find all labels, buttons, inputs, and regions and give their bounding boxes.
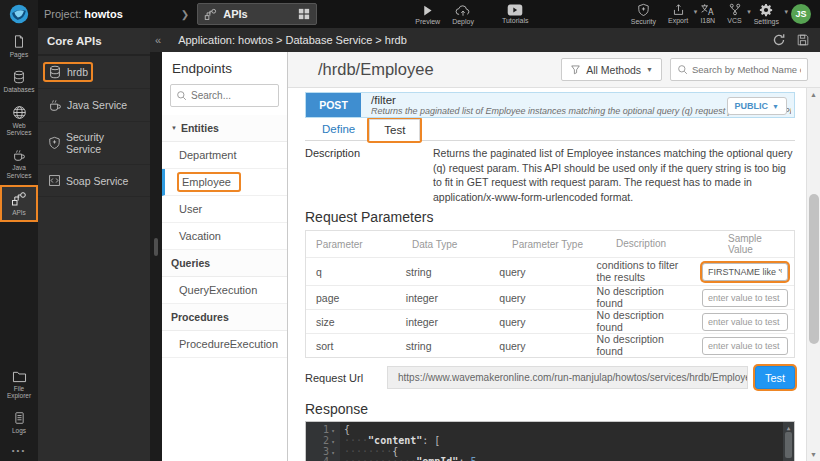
sidebar-item-web-services[interactable]: Web Services — [0, 99, 38, 143]
content-header: /hrdb/Employee All Methods ▼ — [288, 52, 820, 88]
sample-value-input-q[interactable] — [702, 263, 788, 281]
sidebar-item-apis[interactable]: APIs — [0, 185, 38, 222]
visibility-dropdown[interactable]: PUBLIC ▼ — [727, 97, 787, 115]
caret-down-icon: ▼ — [646, 66, 653, 73]
param-name: sort — [316, 340, 406, 352]
wavemaker-logo[interactable] — [0, 0, 38, 28]
sample-value-input-page[interactable] — [702, 289, 788, 307]
endpoint-item-queryexecution[interactable]: QueryExecution — [162, 277, 287, 304]
sidebar-item-databases[interactable]: Databases — [0, 64, 38, 99]
param-sample-cell — [702, 261, 794, 283]
sample-value-input-size[interactable] — [702, 313, 788, 331]
search-icon — [176, 90, 187, 101]
param-type: query — [499, 266, 596, 278]
endpoints-search[interactable] — [170, 84, 279, 107]
avatar[interactable]: JS — [791, 4, 811, 24]
main-scrollbar-thumb[interactable] — [809, 194, 819, 344]
logfile-icon — [13, 411, 26, 425]
sidebar-item-label: APIs — [12, 209, 26, 217]
scroll-down-icon[interactable]: ▼ — [807, 451, 820, 458]
iconbar-spacer — [0, 222, 38, 364]
editor-line-number: 2▾ — [306, 436, 340, 447]
sidebar-item-label: Logs — [12, 427, 26, 435]
param-description: conditions to filter the results — [597, 260, 702, 283]
topbar-action-tutorials[interactable]: Tutorials — [496, 2, 535, 26]
core-api-item-inner: Java Service — [45, 97, 130, 113]
topbar-action-deploy[interactable]: Deploy — [446, 2, 480, 27]
endpoints-section-queries[interactable]: Queries — [162, 250, 287, 277]
sidebar-item-logs[interactable]: Logs — [0, 405, 38, 440]
param-data-type: integer — [406, 292, 500, 304]
sidebar-item-pages[interactable]: Pages — [0, 28, 38, 64]
sample-value-input-sort[interactable] — [702, 337, 788, 355]
api-endpoint-row[interactable]: POST /filter Returns the paginated list … — [305, 92, 795, 118]
endpoint-item-department[interactable]: Department — [162, 142, 287, 169]
param-row-sort: sortstringqueryNo description found — [306, 333, 794, 357]
methods-filter-dropdown[interactable]: All Methods ▼ — [561, 58, 662, 81]
topbar-action-security[interactable]: Security — [625, 1, 662, 27]
sidebar-item-label: Web Services — [1, 122, 37, 138]
endpoints-section-entities[interactable]: ▼Entities — [162, 115, 287, 142]
endpoint-item-user[interactable]: User — [162, 196, 287, 223]
scroll-up-icon[interactable]: ▲ — [807, 91, 820, 98]
test-button[interactable]: Test — [755, 366, 795, 389]
param-data-type: string — [406, 266, 500, 278]
method-search-input[interactable] — [692, 64, 801, 75]
endpoint-item-employee[interactable]: Employee — [162, 169, 287, 196]
refresh-icon[interactable] — [772, 33, 786, 47]
endpoint-item-label: Department — [179, 149, 236, 161]
topbar-action-label: Settings — [754, 18, 779, 25]
sidebar-item-label: Pages — [10, 51, 28, 59]
topbar-action-preview[interactable]: Preview — [409, 2, 446, 27]
editor-scrollbar[interactable]: ▲ — [783, 422, 794, 461]
column-header-parameter-type: Parameter Type — [512, 239, 616, 250]
endpoints-section-label: Procedures — [171, 311, 229, 323]
caret-down-icon: ▼ — [772, 103, 779, 110]
panel-scrollbar-thumb[interactable] — [154, 238, 158, 256]
column-header-description: Description — [616, 238, 728, 250]
main-scrollbar[interactable]: ▲ ▼ — [806, 88, 820, 461]
topbar-action-i18n[interactable]: AI18N — [694, 1, 721, 26]
core-api-item-security-service[interactable]: Security Service — [38, 122, 150, 165]
param-data-type: string — [406, 340, 500, 352]
endpoint-item-label: ProcedureExecution — [179, 338, 278, 350]
topbar-action-export[interactable]: Export▾ — [662, 1, 694, 26]
tab-define[interactable]: Define — [308, 119, 369, 140]
tab-apis[interactable]: APIs — [197, 3, 317, 25]
collapse-panel-button[interactable]: « — [155, 34, 161, 46]
response-code-editor[interactable]: 1▾2▾3▾45678 {····"content": [········{··… — [305, 421, 795, 461]
more-options-icon[interactable]: ••• — [0, 440, 38, 461]
topbar-action-settings[interactable]: Settings▾ — [748, 1, 785, 27]
param-name: size — [316, 316, 406, 328]
topbar-action-label: Preview — [415, 18, 440, 25]
api-icon — [204, 8, 217, 21]
editor-line-number: 4 — [306, 457, 340, 461]
endpoint-item-vacation[interactable]: Vacation — [162, 223, 287, 250]
description-label: Description — [305, 146, 433, 204]
core-api-item-hrdb[interactable]: hrdb — [38, 56, 150, 89]
core-api-item-soap-service[interactable]: Soap Service — [38, 165, 150, 197]
method-search[interactable] — [670, 58, 808, 81]
editor-code-line: ············"empId": 5, — [344, 457, 794, 461]
endpoints-search-input[interactable] — [191, 90, 273, 101]
column-header-data-type: Data Type — [412, 239, 512, 250]
page-title: /hrdb/Employee — [318, 60, 434, 79]
param-sample-cell — [702, 311, 794, 333]
tab-test[interactable]: Test — [369, 119, 420, 141]
grid-icon[interactable] — [298, 8, 310, 20]
play-icon — [421, 4, 434, 17]
editor-scrollbar-thumb[interactable] — [785, 432, 792, 458]
endpoint-item-label: QueryExecution — [179, 284, 257, 296]
endpoint-item-procedureexecution[interactable]: ProcedureExecution — [162, 331, 287, 358]
param-sample-cell — [702, 287, 794, 309]
export-icon — [672, 3, 685, 16]
sidebar-item-file-explorer[interactable]: File Explorer — [0, 364, 38, 406]
endpoints-section-procedures[interactable]: Procedures — [162, 304, 287, 331]
editor-code-line: ····"content": [ — [344, 436, 794, 447]
topbar-action-label: Deploy — [452, 18, 474, 25]
save-icon[interactable] — [796, 33, 810, 47]
param-row-page: pageintegerqueryNo description found — [306, 285, 794, 309]
core-api-item-java-service[interactable]: Java Service — [38, 89, 150, 122]
topbar-action-vcs[interactable]: VCS▾ — [721, 1, 747, 26]
sidebar-item-java-services[interactable]: Java Services — [0, 142, 38, 185]
